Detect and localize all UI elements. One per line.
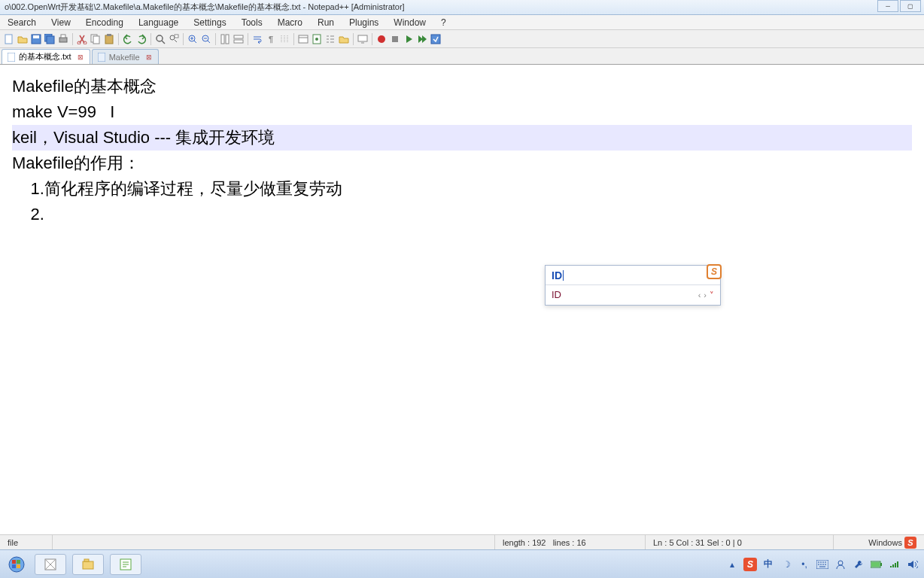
ime-candidate-row[interactable]: ID ‹ › ˅ <box>546 285 720 305</box>
chevron-left-icon[interactable]: ‹ <box>698 282 701 308</box>
svg-rect-34 <box>12 564 16 568</box>
folder-icon[interactable] <box>338 33 350 45</box>
replace-icon[interactable] <box>168 33 180 45</box>
windows-icon <box>8 556 25 573</box>
status-length: length : 192 <box>503 538 546 547</box>
save-icon[interactable] <box>30 33 42 45</box>
close-icon[interactable]: ⊠ <box>76 53 85 62</box>
record-icon[interactable] <box>375 33 388 45</box>
tab-makefile[interactable]: Makefile ⊠ <box>92 49 159 64</box>
svg-rect-30 <box>98 53 105 62</box>
status-lines: lines : 16 <box>553 538 586 547</box>
toolbar-separator <box>150 33 151 45</box>
toolbar-separator <box>353 33 354 45</box>
undo-icon[interactable] <box>122 33 134 45</box>
taskbar: ▴ S 中 ☽ •, <box>0 549 924 578</box>
wordwrap-icon[interactable] <box>251 33 263 45</box>
doc-map-icon[interactable] <box>311 33 323 45</box>
svg-rect-4 <box>47 36 54 44</box>
play-icon[interactable] <box>403 33 415 45</box>
sogou-tray-icon[interactable]: S <box>743 558 757 571</box>
moon-icon[interactable]: ☽ <box>780 558 793 571</box>
find-icon[interactable] <box>154 33 166 45</box>
window-title: o\002.OpenWrt开发基础\2.Makefile\a.Makefile的… <box>5 2 405 13</box>
svg-rect-35 <box>17 564 20 568</box>
system-tray: ▴ S 中 ☽ •, <box>725 558 919 571</box>
status-file-type: file <box>0 535 53 549</box>
menu-search[interactable]: Search <box>0 17 44 28</box>
svg-rect-21 <box>234 40 243 43</box>
sogou-icon: S <box>707 264 722 279</box>
user-icon[interactable] <box>834 558 847 571</box>
tray-up-icon[interactable]: ▴ <box>725 558 739 571</box>
file-icon <box>97 53 106 62</box>
editor-line: make V=99 I <box>12 99 912 125</box>
svg-rect-43 <box>880 563 882 566</box>
menu-run[interactable]: Run <box>310 17 342 28</box>
show-all-chars-icon[interactable]: ¶ <box>265 33 277 45</box>
tray-cn-icon[interactable]: 中 <box>761 558 775 571</box>
menu-settings[interactable]: Settings <box>186 17 233 28</box>
battery-icon[interactable] <box>870 558 883 571</box>
text-editor[interactable]: Makefile的基本概念 make V=99 I keil，Visual St… <box>0 65 924 546</box>
menu-encoding[interactable]: Encoding <box>78 17 131 28</box>
svg-rect-22 <box>299 35 308 43</box>
status-spacer <box>53 535 495 549</box>
wrench-icon[interactable] <box>852 558 865 571</box>
new-icon[interactable] <box>3 33 15 45</box>
svg-point-13 <box>157 35 163 41</box>
svg-rect-32 <box>12 560 16 564</box>
taskbar-app-1[interactable] <box>35 554 66 575</box>
volume-icon[interactable] <box>906 558 919 571</box>
zoom-out-icon[interactable] <box>200 33 212 45</box>
menu-window[interactable]: Window <box>386 17 433 28</box>
toolbar-separator <box>215 33 216 45</box>
monitor-icon[interactable] <box>357 33 369 45</box>
wifi-icon[interactable] <box>888 558 901 571</box>
redo-icon[interactable] <box>135 33 147 45</box>
ime-input-text: ID <box>552 263 562 288</box>
close-icon[interactable]: ⊠ <box>144 53 153 62</box>
ime-caret <box>563 270 564 281</box>
menu-macro[interactable]: Macro <box>270 17 310 28</box>
taskbar-app-2[interactable] <box>72 554 104 575</box>
play-multi-icon[interactable] <box>416 33 428 45</box>
menu-plugins[interactable]: Plugins <box>342 17 386 28</box>
chevron-right-icon[interactable]: › <box>704 282 707 308</box>
taskbar-app-3[interactable] <box>110 554 141 575</box>
paste-icon[interactable] <box>103 33 115 45</box>
stop-icon[interactable] <box>389 33 401 45</box>
maximize-button[interactable]: ▢ <box>900 0 921 12</box>
open-icon[interactable] <box>17 33 29 45</box>
editor-line: 2. <box>12 202 912 227</box>
print-icon[interactable] <box>57 33 69 45</box>
minimize-button[interactable]: ─ <box>877 0 898 12</box>
menu-help[interactable]: ? <box>433 17 454 28</box>
keyboard-icon[interactable] <box>816 558 829 571</box>
tab-makefile-txt[interactable]: 的基本概念.txt ⊠ <box>2 49 90 64</box>
indent-guide-icon[interactable] <box>278 33 290 45</box>
zoom-in-icon[interactable] <box>187 33 199 45</box>
svg-rect-2 <box>33 35 39 38</box>
sync-v-icon[interactable] <box>219 33 231 45</box>
chevron-down-icon[interactable]: ˅ <box>710 282 714 308</box>
svg-rect-44 <box>871 562 880 567</box>
svg-rect-33 <box>17 560 20 564</box>
func-list-icon[interactable] <box>324 33 336 45</box>
cut-icon[interactable] <box>76 33 88 45</box>
save-all-icon[interactable] <box>44 33 56 45</box>
menu-language[interactable]: Language <box>131 17 186 28</box>
sync-h-icon[interactable] <box>233 33 245 45</box>
tab-label: Makefile <box>109 53 140 62</box>
save-macro-icon[interactable] <box>430 33 442 45</box>
svg-rect-0 <box>5 35 12 44</box>
start-button[interactable] <box>5 554 29 575</box>
copy-icon[interactable] <box>90 33 102 45</box>
punct-icon[interactable]: •, <box>798 558 811 571</box>
svg-rect-37 <box>83 561 93 569</box>
menu-view[interactable]: View <box>44 17 78 28</box>
menu-bar: Search View Encoding Language Settings T… <box>0 15 924 30</box>
lang-icon[interactable] <box>297 33 309 45</box>
svg-rect-19 <box>226 35 229 44</box>
menu-tools[interactable]: Tools <box>234 17 270 28</box>
